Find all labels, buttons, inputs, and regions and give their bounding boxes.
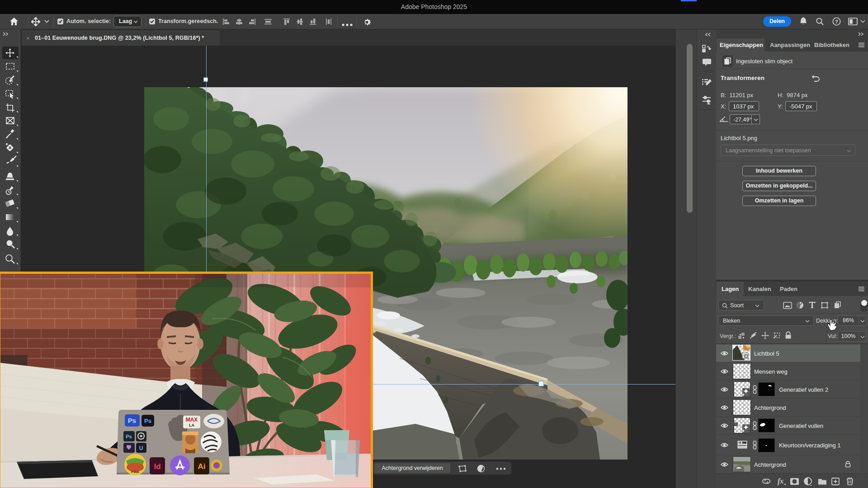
svg-text:Ps: Ps <box>128 417 136 424</box>
svg-text:Ps: Ps <box>126 434 132 439</box>
svg-text:U: U <box>139 445 143 451</box>
svg-text:Ps: Ps <box>144 418 151 424</box>
svg-text:FWA: FWA <box>131 470 139 474</box>
svg-text:?: ? <box>835 19 838 24</box>
svg-text:Ai: Ai <box>198 462 206 471</box>
svg-text:MAX: MAX <box>186 417 198 423</box>
svg-text:Id: Id <box>154 462 160 471</box>
svg-text:fx: fx <box>778 477 783 485</box>
svg-text:LA: LA <box>189 423 194 427</box>
